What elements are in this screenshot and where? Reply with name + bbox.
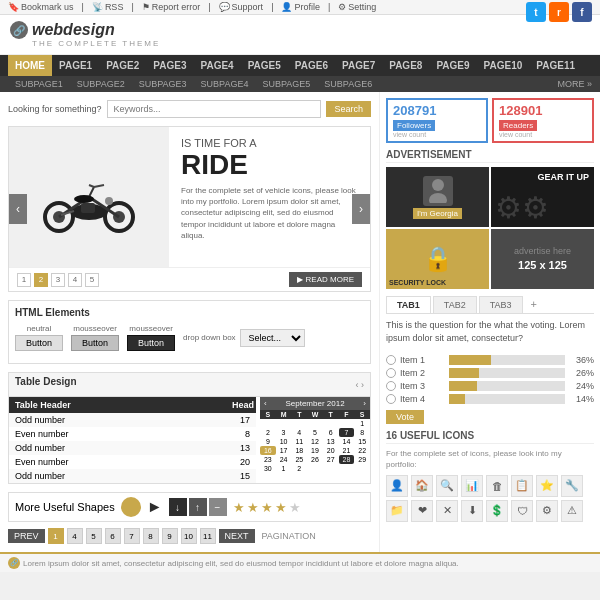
nav-page1[interactable]: PAGE1 xyxy=(52,55,99,76)
report-link[interactable]: ⚑ Report error xyxy=(142,2,201,12)
prev-button[interactable]: PREV xyxy=(8,529,45,543)
cal-day[interactable]: 2 xyxy=(291,464,307,473)
cal-day[interactable]: 15 xyxy=(354,437,370,446)
icon-item-1[interactable]: 🏠 xyxy=(411,475,433,497)
cal-day[interactable]: 26 xyxy=(307,455,323,464)
cal-day[interactable]: 8 xyxy=(354,428,370,437)
cal-day[interactable]: 6 xyxy=(323,428,339,437)
icon-item-12[interactable]: 💲 xyxy=(486,500,508,522)
slider-next-button[interactable]: › xyxy=(352,194,370,224)
subnav-2[interactable]: SUBPAGE2 xyxy=(70,76,132,92)
setting-link[interactable]: ⚙ Setting xyxy=(338,2,376,12)
cal-prev[interactable]: ‹ xyxy=(264,399,267,408)
cal-day[interactable]: 3 xyxy=(276,428,292,437)
rss-button[interactable]: r xyxy=(549,2,569,22)
nav-page8[interactable]: PAGE8 xyxy=(382,55,429,76)
cal-day[interactable] xyxy=(307,419,323,428)
cal-day[interactable]: 12 xyxy=(307,437,323,446)
cal-day[interactable]: 5 xyxy=(307,428,323,437)
page-4[interactable]: 4 xyxy=(67,528,83,544)
cal-day[interactable]: 4 xyxy=(291,428,307,437)
cal-day[interactable]: 22 xyxy=(354,446,370,455)
vote-button[interactable]: Vote xyxy=(386,410,424,424)
cal-day[interactable]: 17 xyxy=(276,446,292,455)
cal-day[interactable]: 24 xyxy=(276,455,292,464)
page-6[interactable]: 6 xyxy=(105,528,121,544)
slider-prev-button[interactable]: ‹ xyxy=(9,194,27,224)
cal-next[interactable]: › xyxy=(363,399,366,408)
nav-page11[interactable]: PAGE11 xyxy=(529,55,582,76)
nav-page7[interactable]: PAGE7 xyxy=(335,55,382,76)
more-button[interactable]: MORE » xyxy=(557,79,592,89)
cal-day[interactable]: 28 xyxy=(339,455,355,464)
hover-button[interactable]: Button xyxy=(71,335,119,351)
cal-day[interactable]: 19 xyxy=(307,446,323,455)
ad-125[interactable]: advertise here 125 x 125 xyxy=(491,229,594,289)
cal-day[interactable] xyxy=(291,419,307,428)
dot-3[interactable]: 3 xyxy=(51,273,65,287)
page-11[interactable]: 11 xyxy=(200,528,216,544)
page-10[interactable]: 10 xyxy=(181,528,197,544)
subnav-6[interactable]: SUBPAGE6 xyxy=(317,76,379,92)
profile-ad[interactable]: I'm Georgia xyxy=(386,167,489,227)
dot-5[interactable]: 5 xyxy=(85,273,99,287)
icon-item-9[interactable]: ❤ xyxy=(411,500,433,522)
icon-item-13[interactable]: 🛡 xyxy=(511,500,533,522)
cal-day[interactable]: 29 xyxy=(354,455,370,464)
dot-1[interactable]: 1 xyxy=(17,273,31,287)
cal-day[interactable]: 25 xyxy=(291,455,307,464)
tab-3[interactable]: TAB3 xyxy=(479,296,523,313)
search-button[interactable]: Search xyxy=(326,101,371,117)
nav-page4[interactable]: PAGE4 xyxy=(194,55,241,76)
page-5[interactable]: 5 xyxy=(86,528,102,544)
gear-ad[interactable]: GEAR IT UP ⚙⚙ xyxy=(491,167,594,227)
cal-day[interactable]: 23 xyxy=(260,455,276,464)
poll-radio-3[interactable] xyxy=(386,381,396,391)
cal-day[interactable]: 18 xyxy=(291,446,307,455)
icon-item-14[interactable]: ⚙ xyxy=(536,500,558,522)
nav-page5[interactable]: PAGE5 xyxy=(241,55,288,76)
icon-item-3[interactable]: 📊 xyxy=(461,475,483,497)
subnav-1[interactable]: SUBPAGE1 xyxy=(8,76,70,92)
icon-item-4[interactable]: 🗑 xyxy=(486,475,508,497)
cal-day[interactable]: 30 xyxy=(260,464,276,473)
cal-day[interactable] xyxy=(339,419,355,428)
dot-4[interactable]: 4 xyxy=(68,273,82,287)
cal-day[interactable]: 2 xyxy=(260,428,276,437)
nav-page10[interactable]: PAGE10 xyxy=(477,55,530,76)
icon-item-8[interactable]: 📁 xyxy=(386,500,408,522)
cal-day[interactable]: 16 xyxy=(260,446,276,455)
icon-item-15[interactable]: ⚠ xyxy=(561,500,583,522)
icon-item-11[interactable]: ⬇ xyxy=(461,500,483,522)
subnav-5[interactable]: SUBPAGE5 xyxy=(255,76,317,92)
lock-ad[interactable]: 🔒 SECURITY LOCK xyxy=(386,229,489,289)
dropdown-select[interactable]: Select... Option 1 Option 2 xyxy=(240,329,305,347)
cal-day[interactable] xyxy=(323,419,339,428)
page-8[interactable]: 8 xyxy=(143,528,159,544)
icon-item-0[interactable]: 👤 xyxy=(386,475,408,497)
cal-day[interactable]: 21 xyxy=(339,446,355,455)
cal-day[interactable]: 10 xyxy=(276,437,292,446)
nav-page6[interactable]: PAGE6 xyxy=(288,55,335,76)
read-more-button[interactable]: ▶ READ MORE xyxy=(289,272,362,287)
facebook-button[interactable]: f xyxy=(572,2,592,22)
page-9[interactable]: 9 xyxy=(162,528,178,544)
cal-day[interactable] xyxy=(260,419,276,428)
profile-link[interactable]: 👤 Profile xyxy=(281,2,320,12)
cal-day[interactable]: 9 xyxy=(260,437,276,446)
nav-page2[interactable]: PAGE2 xyxy=(99,55,146,76)
poll-radio-2[interactable] xyxy=(386,368,396,378)
cal-day[interactable]: 1 xyxy=(354,419,370,428)
icon-item-6[interactable]: ⭐ xyxy=(536,475,558,497)
icon-item-10[interactable]: ✕ xyxy=(436,500,458,522)
bookmark-link[interactable]: 🔖 Bookmark us xyxy=(8,2,74,12)
icon-item-2[interactable]: 🔍 xyxy=(436,475,458,497)
cal-day[interactable]: 13 xyxy=(323,437,339,446)
poll-radio-1[interactable] xyxy=(386,355,396,365)
cal-day[interactable]: 7 xyxy=(339,428,355,437)
subnav-4[interactable]: SUBPAGE4 xyxy=(194,76,256,92)
cal-day[interactable]: 27 xyxy=(323,455,339,464)
cal-day[interactable] xyxy=(276,419,292,428)
cal-day[interactable]: 14 xyxy=(339,437,355,446)
icon-item-5[interactable]: 📋 xyxy=(511,475,533,497)
